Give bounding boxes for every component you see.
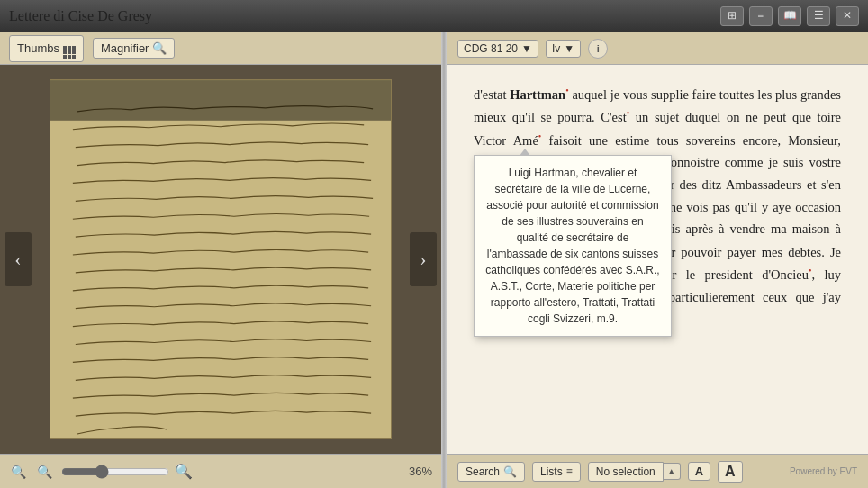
search-icon: 🔍: [503, 465, 517, 478]
right-bottom-toolbar: Search 🔍 Lists ≡ No selection ▲ A A: [447, 454, 868, 488]
no-selection-label: No selection: [596, 465, 656, 478]
grid-icon: [63, 39, 76, 59]
doc-id-label: CDG 81 20: [464, 42, 518, 55]
zoom-level: 36%: [409, 465, 432, 478]
page-label: Iv: [552, 42, 560, 55]
dropdown-chevron-icon: ▲: [667, 466, 676, 476]
left-bottom-toolbar: 🔍 🔍 🔍 36%: [0, 454, 441, 488]
font-small-label: A: [695, 465, 703, 478]
prev-page-button[interactable]: ‹: [5, 232, 32, 286]
grid-view-button[interactable]: ⊞: [720, 6, 744, 26]
fullscreen-button[interactable]: ✕: [836, 6, 859, 26]
svg-rect-1: [50, 80, 391, 121]
zoom-out-icon: 🔍: [11, 465, 26, 479]
titlebar-icons: ⊞ ≡ 📖 ☰ ✕: [720, 6, 859, 26]
dropdown-arrow-icon: ▼: [521, 42, 532, 55]
svg-rect-0: [50, 80, 391, 438]
search-button[interactable]: Search 🔍: [457, 462, 525, 482]
magnifier-label: Magnifier: [101, 41, 149, 55]
info-button[interactable]: i: [588, 39, 608, 59]
right-toolbar: CDG 81 20 ▼ Iv ▼ i: [447, 32, 868, 65]
font-increase-button[interactable]: A: [718, 461, 743, 483]
font-decrease-button[interactable]: A: [688, 462, 710, 481]
left-arrow-icon: ‹: [14, 248, 21, 271]
document-id-selector[interactable]: CDG 81 20 ▼: [457, 40, 538, 58]
zoom-slider-container: 🔍: [61, 463, 402, 480]
tooltip-text: Luigi Hartman, chevalier et secrétaire d…: [485, 167, 659, 325]
menu-button[interactable]: ☰: [807, 6, 830, 26]
app-title: Lettere di Cise De Gresy: [9, 8, 152, 24]
manuscript-image: [50, 79, 392, 439]
list-icon: ≡: [566, 465, 573, 478]
no-selection-container: No selection ▲: [588, 462, 681, 482]
zoom-out-small-button[interactable]: 🔍: [35, 463, 54, 481]
tooltip-popup: Luigi Hartman, chevalier et secrétaire d…: [474, 155, 672, 337]
left-toolbar: Thumbs Magnifier 🔍: [0, 32, 441, 65]
lists-button[interactable]: Lists ≡: [532, 462, 581, 482]
titlebar: Lettere di Cise De Gresy ⊞ ≡ 📖 ☰ ✕: [0, 0, 868, 32]
magnifier-icon: 🔍: [152, 41, 167, 55]
page-dropdown-icon: ▼: [564, 42, 574, 55]
main-content: Thumbs Magnifier 🔍 ‹: [0, 32, 868, 488]
no-selection-dropdown[interactable]: ▲: [664, 463, 681, 480]
font-large-label: A: [725, 464, 736, 479]
zoom-out-button[interactable]: 🔍: [9, 463, 28, 481]
search-label: Search: [466, 465, 500, 478]
text-view-button[interactable]: ≡: [749, 6, 773, 26]
right-arrow-icon: ›: [420, 248, 426, 271]
thumbs-label: Thumbs: [17, 41, 59, 55]
zoom-in-icon: 🔍: [175, 463, 193, 480]
zoom-slider[interactable]: [61, 465, 169, 479]
page-selector[interactable]: Iv ▼: [546, 40, 581, 58]
thumbs-button[interactable]: Thumbs: [9, 35, 84, 62]
text-content-area: d'estat Harttman• auquel je vous supplie…: [447, 65, 868, 454]
manuscript-area: ‹: [0, 65, 441, 454]
magnifier-button[interactable]: Magnifier 🔍: [93, 38, 175, 59]
powered-by-label: Powered by EVT: [790, 466, 857, 476]
zoom-out-small-icon: 🔍: [37, 465, 52, 479]
manuscript-svg: [50, 80, 391, 438]
info-icon: i: [597, 43, 600, 54]
left-panel: Thumbs Magnifier 🔍 ‹: [0, 32, 441, 488]
next-page-button[interactable]: ›: [410, 232, 437, 286]
right-panel: CDG 81 20 ▼ Iv ▼ i d'estat Harttman• auq…: [447, 32, 868, 488]
no-selection-button[interactable]: No selection: [588, 462, 664, 482]
book-view-button[interactable]: 📖: [778, 6, 801, 26]
lists-label: Lists: [540, 465, 563, 478]
